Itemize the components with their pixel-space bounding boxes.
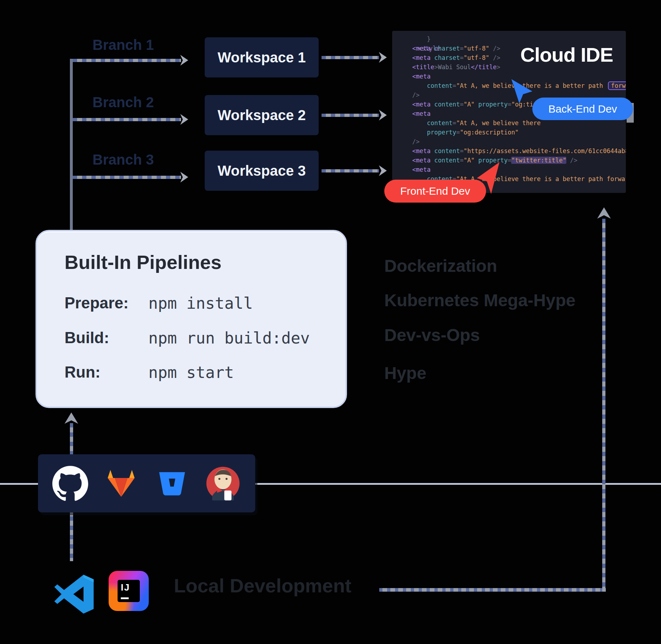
backend-dev-label: Back-End Dev [548, 103, 617, 115]
cloud-ide-title: Cloud IDE [520, 43, 613, 66]
gitlab-icon [103, 465, 140, 502]
code-line: <meta content="A" property="twitter:titl… [392, 156, 626, 165]
localdev-to-ide-line-vertical [602, 219, 605, 592]
code-line: } [392, 34, 626, 44]
arrow-right-icon [379, 165, 387, 176]
pipeline-build-label: Build: [65, 329, 109, 347]
pipeline-run-command: npm start [148, 363, 234, 382]
intellij-inner-square: IJ [118, 580, 140, 602]
buzzword-hype: Hype [384, 363, 426, 383]
arrow-up-icon [597, 207, 611, 219]
workspace-1-label: Workspace 1 [218, 49, 306, 66]
workspace-2-box: Workspace 2 [205, 95, 319, 135]
diagram-canvas: Branch 1 Branch 2 Branch 3 Workspace 1 W… [0, 0, 661, 644]
branch-1-arrow [73, 59, 181, 62]
branch-3-label: Branch 3 [92, 152, 154, 168]
github-icon [52, 465, 89, 502]
pipeline-prepare-command: npm install [148, 294, 253, 312]
branch-rail-line [70, 59, 73, 231]
pipeline-prepare-label: Prepare: [65, 294, 129, 312]
jenkins-icon [204, 465, 242, 502]
pipelines-title: Built-In Pipelines [65, 251, 222, 273]
code-line: <meta content="https://assets.website-fi… [392, 146, 626, 156]
code-line: <meta [392, 72, 626, 81]
frontend-dev-badge: Front-End Dev [384, 180, 486, 203]
buzzword-dockerization: Dockerization [384, 256, 497, 276]
backend-cursor-icon [510, 78, 535, 106]
code-line: content="At A, we believe there is a bet… [392, 81, 626, 90]
workspace-1-to-ide-arrow [322, 56, 379, 59]
code-line: <meta [392, 165, 626, 174]
vscode-icon [53, 573, 95, 615]
workspace-2-label: Workspace 2 [218, 107, 306, 123]
code-line: property="og:description" [392, 128, 626, 137]
workspace-1-box: Workspace 1 [205, 37, 319, 77]
localdev-to-ide-line-horizontal [379, 588, 606, 592]
local-development-label: Local Development [174, 574, 351, 597]
arrow-right-icon [379, 110, 387, 120]
workspace-3-to-ide-arrow [322, 169, 379, 172]
arrow-right-icon [180, 55, 188, 66]
workspace-3-label: Workspace 3 [218, 163, 306, 179]
pipeline-run-label: Run: [65, 363, 100, 381]
branch-1-label: Branch 1 [92, 37, 154, 53]
arrow-right-icon [180, 114, 188, 125]
branch-2-label: Branch 2 [92, 94, 154, 110]
frontend-cursor-icon [476, 161, 501, 196]
backend-dev-badge: Back-End Dev [532, 98, 633, 120]
arrow-right-icon [379, 52, 387, 63]
code-line: /> [392, 137, 626, 146]
intellij-icon: IJ [109, 571, 149, 611]
workspace-2-to-ide-arrow [322, 114, 379, 117]
branch-3-arrow [73, 176, 181, 179]
workspace-3-box: Workspace 3 [205, 151, 319, 191]
buzzword-devvsops: Dev-vs-Ops [384, 325, 480, 345]
git-integrations-bar [38, 454, 255, 512]
bitbucket-icon [153, 465, 191, 502]
frontend-dev-label: Front-End Dev [400, 185, 470, 197]
buzzword-kubernetes: Kubernetes Mega-Hype [384, 290, 575, 310]
arrow-up-icon [65, 412, 78, 424]
pipeline-build-command: npm run build:dev [148, 329, 310, 347]
arrow-right-icon [180, 172, 188, 183]
branch-2-arrow [73, 118, 181, 121]
